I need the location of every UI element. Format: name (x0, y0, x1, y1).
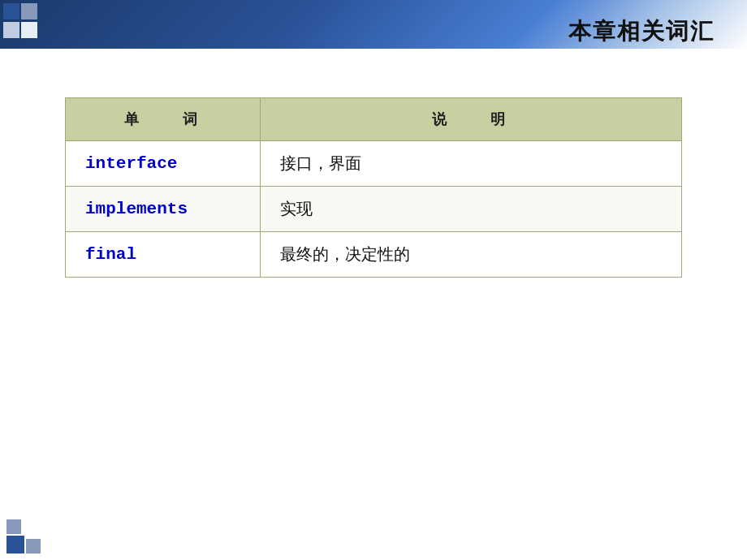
keyword-cell: implements (66, 187, 261, 232)
table-row: implements实现 (66, 187, 682, 232)
deco-sq-1 (3, 3, 19, 19)
table-row: final最终的，决定性的 (66, 232, 682, 278)
definition-cell: 最终的，决定性的 (261, 232, 682, 278)
deco-sq-4 (21, 22, 37, 38)
deco-sq-2 (21, 3, 37, 19)
deco-sq-3 (3, 22, 19, 38)
deco-bl-sq1 (6, 536, 24, 554)
table-row: interface接口，界面 (66, 141, 682, 187)
content-area: 单 词 说 明 interface接口，界面implements实现final最… (65, 97, 698, 278)
deco-bl-sq3 (6, 519, 21, 534)
keyword-cell: final (66, 232, 261, 278)
keyword-cell: interface (66, 141, 261, 187)
definition-cell: 实现 (261, 187, 682, 232)
col-header-definition: 说 明 (261, 98, 682, 141)
vocab-table: 单 词 说 明 interface接口，界面implements实现final最… (65, 97, 682, 278)
page-title: 本章相关词汇 (568, 16, 715, 47)
col-header-word: 单 词 (66, 98, 261, 141)
deco-bottom-left (0, 511, 49, 560)
deco-bl-sq2 (26, 539, 41, 554)
definition-cell: 接口，界面 (261, 141, 682, 187)
deco-squares (3, 3, 39, 39)
